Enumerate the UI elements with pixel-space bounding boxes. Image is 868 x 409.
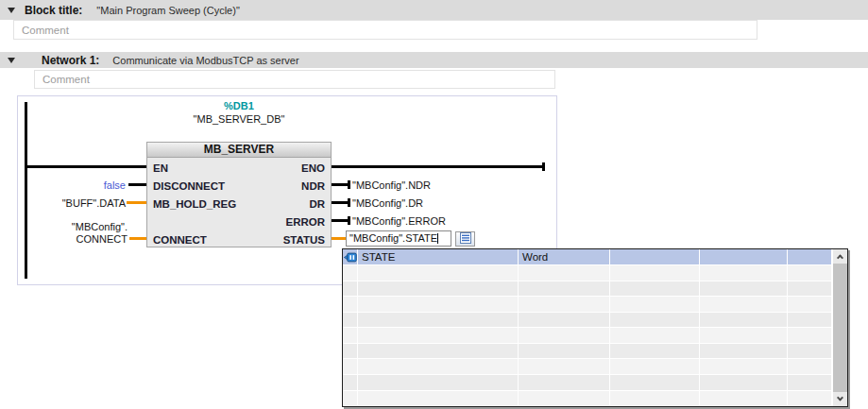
- chevron-up-icon: [837, 254, 843, 261]
- operand-browse-button[interactable]: [455, 231, 475, 247]
- pin-ndr[interactable]: NDR: [301, 180, 325, 193]
- wire-dr: [332, 201, 348, 204]
- wire-error: [332, 219, 348, 222]
- operand-status-input[interactable]: "MBConfig".STATE: [346, 230, 451, 247]
- block-comment-field[interactable]: Comment: [13, 20, 757, 40]
- empty-row: [343, 328, 832, 344]
- chevron-down-icon: [837, 395, 843, 401]
- operand-browse-list-icon: [460, 230, 471, 247]
- pin-status[interactable]: STATUS: [283, 234, 325, 247]
- pin-connect[interactable]: CONNECT: [153, 234, 207, 247]
- mb-server-block[interactable]: MB_SERVER EN DISCONNECT MB_HOLD_REG CONN…: [146, 142, 332, 247]
- autocomplete-row-state[interactable]: STATE Word: [343, 249, 832, 265]
- operand-mb-hold-reg[interactable]: "BUFF".DATA: [14, 197, 126, 210]
- empty-row: [343, 359, 832, 375]
- autocomplete-entry-col4: [700, 249, 788, 265]
- plc-program-editor: Block title: "Main Program Sweep (Cycle)…: [0, 0, 868, 409]
- wire-eno: [332, 165, 543, 168]
- collapse-network-icon[interactable]: [8, 58, 15, 63]
- block-title-header: Block title: "Main Program Sweep (Cycle)…: [0, 0, 868, 20]
- wire-connect: [129, 237, 146, 240]
- scroll-down-button[interactable]: [833, 392, 847, 406]
- operand-autocomplete-dropdown: STATE Word: [342, 248, 848, 407]
- instance-db-number[interactable]: %DB1: [146, 100, 332, 111]
- empty-row: [343, 391, 832, 407]
- network-comment-placeholder: Comment: [43, 74, 90, 85]
- wire-error-tick: [348, 216, 350, 225]
- block-title-label: Block title:: [25, 4, 82, 17]
- dropdown-scrollbar[interactable]: [832, 249, 847, 406]
- wire-ndr: [332, 183, 348, 186]
- empty-row: [343, 265, 832, 281]
- autocomplete-entry-name: STATE: [358, 249, 519, 265]
- block-title-value[interactable]: "Main Program Sweep (Cycle)": [96, 5, 239, 16]
- operand-status-value: "MBConfig".STATE: [349, 232, 437, 244]
- empty-row: [343, 375, 832, 391]
- empty-row: [343, 344, 832, 360]
- collapse-block-title-icon[interactable]: [8, 8, 15, 13]
- wire-disconnect: [128, 183, 146, 186]
- wire-mb-hold-reg: [127, 201, 146, 204]
- pin-eno[interactable]: ENO: [301, 162, 325, 175]
- operand-disconnect[interactable]: false: [14, 179, 126, 192]
- block-comment-placeholder: Comment: [22, 25, 69, 36]
- network-header: Network 1: Communicate via ModbusTCP as …: [0, 52, 868, 68]
- network-label: Network 1:: [42, 54, 99, 67]
- tag-word-icon: [343, 249, 358, 265]
- network-comment-field[interactable]: Comment: [34, 70, 555, 89]
- wire-ndr-tick: [348, 180, 350, 189]
- empty-row: [343, 313, 832, 329]
- autocomplete-entry-col3: [610, 249, 700, 265]
- block-name[interactable]: MB_SERVER: [147, 143, 331, 158]
- network-description[interactable]: Communicate via ModbusTCP as server: [112, 55, 298, 66]
- operand-dr[interactable]: "MBConfig".DR: [352, 197, 423, 210]
- operand-connect-line1: "MBConfig".: [14, 221, 128, 233]
- autocomplete-entry-type: Word: [519, 249, 610, 265]
- wire-dr-tick: [348, 198, 350, 207]
- pin-disconnect[interactable]: DISCONNECT: [153, 180, 225, 193]
- autocomplete-entry-col5: [788, 249, 832, 265]
- wire-eno-end-tick: [542, 162, 545, 171]
- pin-dr[interactable]: DR: [309, 198, 325, 211]
- operand-error[interactable]: "MBConfig".ERROR: [352, 215, 446, 228]
- scroll-up-button[interactable]: [833, 249, 847, 264]
- wire-status: [332, 237, 347, 240]
- operand-connect[interactable]: "MBConfig". CONNECT: [14, 221, 128, 246]
- pin-en[interactable]: EN: [153, 162, 168, 175]
- pin-mb-hold-reg[interactable]: MB_HOLD_REG: [153, 198, 236, 211]
- text-cursor: [437, 233, 438, 244]
- scrollbar-thumb[interactable]: [833, 264, 847, 392]
- instance-db-name[interactable]: "MB_SERVER_DB": [146, 113, 332, 125]
- wire-en: [27, 165, 146, 168]
- operand-ndr[interactable]: "MBConfig".NDR: [352, 179, 431, 192]
- autocomplete-rows: STATE Word: [343, 249, 832, 406]
- empty-row: [343, 297, 832, 313]
- pin-error[interactable]: ERROR: [285, 216, 325, 229]
- empty-row: [343, 281, 832, 298]
- operand-connect-line2: CONNECT: [14, 233, 128, 246]
